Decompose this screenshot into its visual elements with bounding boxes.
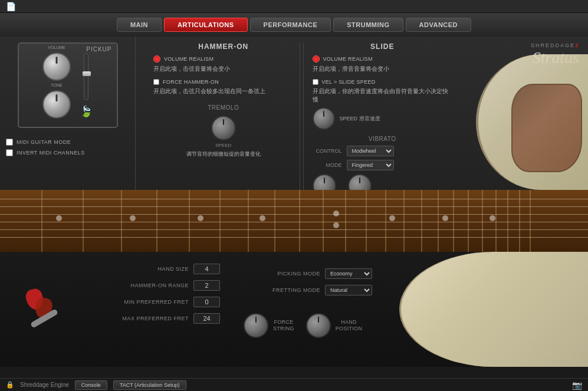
hammer-on-range-label: HAMMER-ON RANGE <box>112 282 189 288</box>
slide-title: SLIDE <box>313 42 453 51</box>
nav-area: MAIN ARTICULATIONS PERFORMANCE STRUMMING… <box>0 13 588 37</box>
tremolo-speed-label: SPEED <box>215 143 231 148</box>
status-bar: 🔒 Shreddage Engine Console TACT (Articul… <box>0 378 588 391</box>
articulation-sections: HAMMER-ON VOLUME REALISM 开启此项，击弦音量将会变小 F… <box>147 42 458 205</box>
hand-size-row: HAND SIZE <box>112 264 220 274</box>
hand-size-input[interactable] <box>193 264 220 274</box>
volume-realism-row-2: VOLUME REALISM <box>313 55 453 63</box>
volume-desc-1: 开启此项，击弦音量将会变小 <box>153 65 294 73</box>
engine-label: Shreddage Engine <box>20 382 69 388</box>
vibrato-mode-label: MODE <box>313 162 342 168</box>
invert-midi-label: INVERT MIDI CHANNELS <box>17 150 85 156</box>
force-hammer-checkbox[interactable] <box>153 79 159 85</box>
tremolo-knob[interactable] <box>211 116 236 140</box>
volume-knob[interactable]: VOLUME <box>42 52 71 81</box>
picking-mode-select[interactable]: Economy Alternate Sweep <box>325 268 372 279</box>
tremolo-desc: 调节音符的细微短促的音量变化 <box>186 150 261 158</box>
min-fret-row: MIN PREFERRED FRET <box>112 297 220 307</box>
force-string-label: FORCESTRING <box>273 319 294 332</box>
slide-section: SLIDE VOLUME REALISM 开启此项，滑音音量将会变小 VEL >… <box>307 42 459 205</box>
slide-desc: 开启此项，你的滑音速度将会由音符音量大小决定快慢 <box>313 87 453 104</box>
console-button[interactable]: Console <box>75 380 107 390</box>
midi-guitar-checkbox[interactable] <box>6 139 13 146</box>
vibrato-control-select[interactable]: Modwheel Aftertouch <box>347 146 394 156</box>
guitar-body-bottom <box>399 252 588 367</box>
tab-advanced[interactable]: ADVANCED <box>406 18 472 32</box>
pickup-label: PICKUP <box>86 46 111 52</box>
right-panel: SHREDDAGE3 Stratus <box>470 37 588 190</box>
force-string-item: FORCESTRING <box>244 313 294 338</box>
picking-mode-label: PICKING MODE <box>244 271 320 277</box>
leaf-icon: 🍃 <box>80 105 93 118</box>
guitar-neck <box>0 190 588 252</box>
midi-guitar-label: MIDI GUITAR MODE <box>17 139 71 145</box>
fretting-mode-row: FRETTING MODE Natural Fixed Random <box>244 285 372 295</box>
vibrato-control-label: CONTROL <box>313 148 342 154</box>
tremolo-title: TREMOLO <box>208 104 239 111</box>
hand-position-knob[interactable] <box>306 313 331 338</box>
force-hand-section: FORCESTRING HANDPOSITION <box>244 307 372 338</box>
hammer-on-range-row: HAMMER-ON RANGE <box>112 280 220 291</box>
slide-speed-text: VEL > SLIDE SPEED <box>322 79 376 85</box>
picking-mode-row: PICKING MODE Economy Alternate Sweep <box>244 268 372 279</box>
tab-main[interactable]: MAIN <box>117 18 162 32</box>
main-content: PICKUP VOLUME TONE <box>0 37 588 190</box>
tact-button[interactable]: TACT (Articulation Setup) <box>113 380 186 390</box>
slide-speed-label: SPEED 滑音速度 <box>340 115 380 123</box>
slide-speed-checkbox[interactable] <box>313 79 318 85</box>
midi-guitar-row: MIDI GUITAR MODE <box>6 139 129 146</box>
hand-size-label: HAND SIZE <box>112 266 189 272</box>
slide-speed-knob[interactable] <box>313 107 335 130</box>
hammer-on-range-input[interactable] <box>193 280 220 291</box>
hand-position-item: HANDPOSITION <box>306 313 362 338</box>
max-fret-label: MAX PREFERRED FRET <box>112 316 189 321</box>
settings-col-left: HAND SIZE HAMMER-ON RANGE MIN PREFERRED … <box>112 264 220 355</box>
volume-realism-led-2[interactable] <box>313 55 320 63</box>
volume-realism-text-1: VOLUME REALISM <box>164 56 213 62</box>
pickup-fader[interactable] <box>84 53 88 100</box>
hammer-on-title: HAMMER-ON <box>153 42 294 51</box>
max-fret-input[interactable] <box>193 313 220 324</box>
brand-small-text: SHREDDAGE3 <box>531 42 579 48</box>
invert-midi-row: INVERT MIDI CHANNELS <box>6 149 129 156</box>
volume-realism-row-1: VOLUME REALISM <box>153 55 294 63</box>
tab-strumming[interactable]: STRUMMING <box>333 18 403 32</box>
vibrato-mode-select[interactable]: Fingered Fixed <box>347 160 394 170</box>
volume-realism-led-1[interactable] <box>153 55 160 63</box>
vibrato-title: VIBRATO <box>313 136 453 142</box>
center-panel: HAMMER-ON VOLUME REALISM 开启此项，击弦音量将会变小 F… <box>136 37 470 190</box>
tab-articulations[interactable]: ARTICULATIONS <box>164 18 248 32</box>
doc-icon: 📄 <box>6 2 16 11</box>
invert-midi-checkbox[interactable] <box>6 149 13 156</box>
tone-knob[interactable]: TONE <box>42 90 71 119</box>
tone-knob-label: TONE <box>51 83 62 87</box>
min-fret-input[interactable] <box>193 297 220 307</box>
settings-col-right: PICKING MODE Economy Alternate Sweep FRE… <box>244 264 372 355</box>
tab-performance[interactable]: PERFORMANCE <box>250 18 331 32</box>
top-bar: 📄 <box>0 0 588 13</box>
min-fret-label: MIN PREFERRED FRET <box>112 299 189 305</box>
left-panel: PICKUP VOLUME TONE <box>0 37 136 190</box>
fretting-mode-select[interactable]: Natural Fixed Random <box>325 285 372 295</box>
bottom-area: HAND SIZE HAMMER-ON RANGE MIN PREFERRED … <box>0 252 588 367</box>
volume-desc-2: 开启此项，滑音音量将会变小 <box>313 65 453 73</box>
lock-icon: 🔒 <box>6 381 14 389</box>
camera-icon[interactable]: 📷 <box>572 380 582 390</box>
force-string-knob[interactable] <box>244 313 268 338</box>
fretting-mode-label: FRETTING MODE <box>244 287 320 293</box>
volume-realism-text-2: VOLUME REALISM <box>323 56 373 62</box>
force-hammer-row: FORCE HAMMER-ON <box>153 79 294 85</box>
guitar-pickguard <box>511 84 582 172</box>
hand-position-label: HANDPOSITION <box>336 319 362 332</box>
max-fret-row: MAX PREFERRED FRET <box>112 313 220 324</box>
bottom-left-deco <box>0 252 94 367</box>
hammer-on-section: HAMMER-ON VOLUME REALISM 开启此项，击弦音量将会变小 F… <box>147 42 300 205</box>
force-hammer-text: FORCE HAMMER-ON <box>163 79 219 85</box>
force-desc: 开启此项，击弦只会较多出现在同一条弦上 <box>153 87 294 96</box>
slide-speed-row: VEL > SLIDE SPEED <box>313 79 453 85</box>
volume-knob-label: VOLUME <box>48 45 65 50</box>
pickup-box: PICKUP VOLUME TONE <box>18 42 118 128</box>
